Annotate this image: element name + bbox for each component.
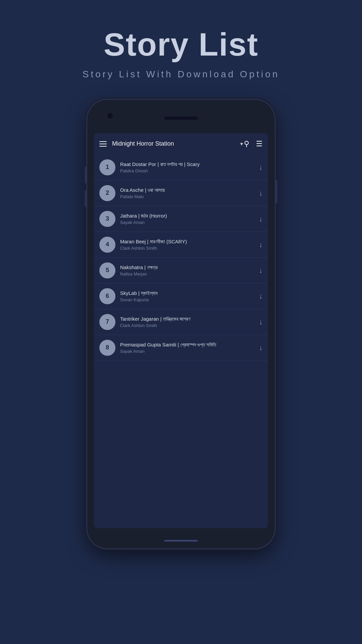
download-icon[interactable]: ↓ (259, 318, 263, 326)
speaker-grill (164, 116, 198, 120)
story-item[interactable]: 7 Tantriker Jagaran | তান্ত্রিকের জাগরণ … (94, 309, 268, 335)
download-icon[interactable]: ↓ (259, 343, 263, 352)
story-title: Jathara | জঠর (Horror) (120, 213, 254, 219)
story-info: Premaspad Gupta Samiti | প্রেমাস্পদ গুপ্… (120, 341, 254, 354)
story-info: Jathara | জঠর (Horror) Sayak Aman (120, 213, 254, 225)
story-item[interactable]: 5 Nakshatra | নক্ষত্র Nafisa Marjan ↓ (94, 258, 268, 284)
menu-button[interactable] (99, 141, 107, 147)
story-info: Raat Dostar Por | রাত দশটার পর | Scary P… (120, 161, 254, 174)
front-camera (107, 113, 113, 118)
app-bar-actions: ⚲ ☰ (244, 140, 263, 148)
story-title: Premaspad Gupta Samiti | প্রেমাস্পদ গুপ্… (120, 341, 254, 348)
story-item[interactable]: 6 SkyLab | স্কাইল্যাব Sovan Kapuria ↓ (94, 284, 268, 309)
story-author: Clark Ashton Smith (120, 323, 254, 328)
story-info: SkyLab | স্কাইল্যাব Sovan Kapuria (120, 290, 254, 303)
phone-top-bar (87, 106, 275, 130)
story-number: 7 (99, 314, 115, 330)
story-title: Maran Beej | মারণবীজ! (SCARY) (120, 238, 254, 245)
story-author: Sayak Aman (120, 349, 254, 354)
volume-up-button (85, 167, 87, 183)
story-author: Sayak Aman (120, 220, 254, 225)
phone-mockup: Midnight Horror Station ▼ ⚲ ☰ 1 Raat Dos… (87, 100, 275, 548)
story-number: 2 (99, 185, 115, 201)
download-icon[interactable]: ↓ (259, 266, 263, 275)
story-author: Sovan Kapuria (120, 297, 254, 302)
download-icon[interactable]: ↓ (259, 240, 263, 249)
story-number: 5 (99, 262, 115, 278)
story-item[interactable]: 2 Ora Asche | ওরা আসছে Pallabi Malo ↓ (94, 180, 268, 206)
story-number: 1 (99, 159, 115, 175)
download-icon[interactable]: ↓ (259, 292, 263, 301)
story-author: Nafisa Marjan (120, 271, 254, 276)
search-icon[interactable]: ⚲ (244, 140, 249, 148)
page-subtitle: Story List With Download Option (82, 69, 279, 80)
phone-screen: Midnight Horror Station ▼ ⚲ ☰ 1 Raat Dos… (94, 133, 268, 528)
story-number: 4 (99, 237, 115, 253)
story-title: SkyLab | স্কাইল্যাব (120, 290, 254, 297)
story-title: Ora Asche | ওরা আসছে (120, 187, 254, 193)
app-bar: Midnight Horror Station ▼ ⚲ ☰ (94, 133, 268, 155)
story-author: Pallabi Malo (120, 194, 254, 199)
story-title: Raat Dostar Por | রাত দশটার পর | Scary (120, 161, 254, 168)
story-item[interactable]: 3 Jathara | জঠর (Horror) Sayak Aman ↓ (94, 206, 268, 232)
story-title: Tantriker Jagaran | তান্ত্রিকের জাগরণ (120, 316, 254, 322)
download-icon[interactable]: ↓ (259, 189, 263, 197)
filter-icon[interactable]: ☰ (256, 140, 263, 148)
story-list: 1 Raat Dostar Por | রাত দশটার পর | Scary… (94, 155, 268, 528)
story-info: Tantriker Jagaran | তান্ত্রিকের জাগরণ Cl… (120, 316, 254, 328)
story-author: Pabitra Ghosh (120, 168, 254, 173)
story-info: Ora Asche | ওরা আসছে Pallabi Malo (120, 187, 254, 199)
story-title: Nakshatra | নক্ষত্র (120, 264, 254, 271)
story-author: Clark Ashton Smith (120, 246, 254, 251)
power-button (275, 180, 277, 204)
story-number: 3 (99, 211, 115, 227)
story-item[interactable]: 8 Premaspad Gupta Samiti | প্রেমাস্পদ গু… (94, 335, 268, 361)
phone-body: Midnight Horror Station ▼ ⚲ ☰ 1 Raat Dos… (87, 100, 275, 548)
story-info: Maran Beej | মারণবীজ! (SCARY) Clark Asht… (120, 238, 254, 251)
story-info: Nakshatra | নক্ষত্র Nafisa Marjan (120, 264, 254, 277)
app-bar-title: Midnight Horror Station (112, 140, 237, 147)
dropdown-arrow-icon[interactable]: ▼ (239, 141, 244, 147)
story-number: 6 (99, 288, 115, 304)
download-icon[interactable]: ↓ (259, 163, 263, 172)
story-number: 8 (99, 340, 115, 356)
volume-down-button (85, 190, 87, 207)
page-title: Story List (82, 27, 279, 62)
story-item[interactable]: 1 Raat Dostar Por | রাত দশটার পর | Scary… (94, 155, 268, 180)
story-item[interactable]: 4 Maran Beej | মারণবীজ! (SCARY) Clark As… (94, 232, 268, 258)
home-indicator (164, 540, 198, 542)
page-header: Story List Story List With Download Opti… (82, 0, 279, 93)
download-icon[interactable]: ↓ (259, 215, 263, 223)
